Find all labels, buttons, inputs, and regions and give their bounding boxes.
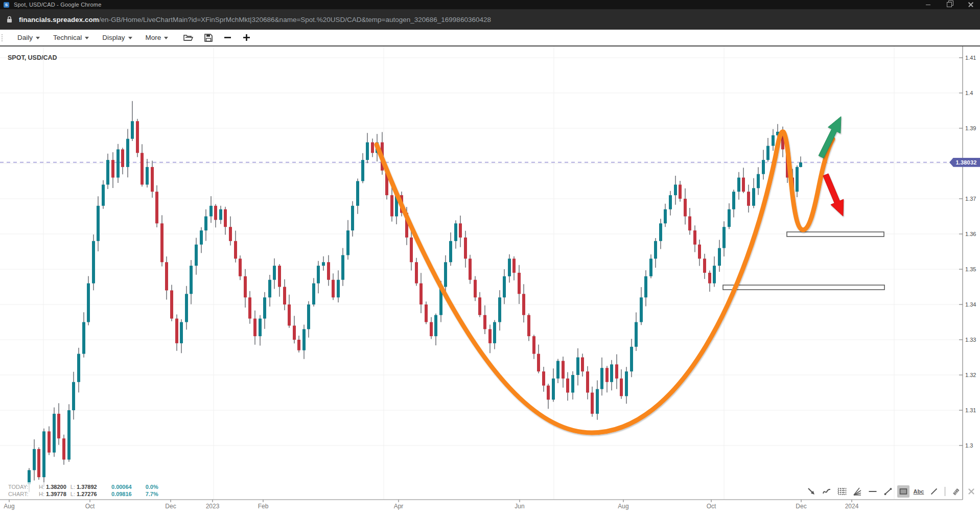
x-axis-label: Apr [394,503,404,510]
candle-body [106,160,109,184]
candle-body [371,143,374,153]
zoom-out-button[interactable] [224,34,231,41]
candle-body [600,368,603,389]
down-scenario-arrow[interactable] [823,174,844,216]
menu-more[interactable]: More [146,34,169,41]
url-text[interactable]: financials.spreadex.com/en-GB/Home/LiveC… [19,16,491,24]
text-tool-button[interactable]: Abc [913,485,925,498]
candle-body [351,206,354,230]
minimize-icon [926,5,930,5]
candle-body [283,287,286,305]
candle-body [562,361,565,379]
candle-body [48,431,51,452]
candle-body [390,195,393,216]
trend-line-tool-button[interactable] [882,485,894,498]
delete-tool-button[interactable] [965,485,977,498]
chart-symbol-label: SPOT, USD/CAD [8,54,57,61]
candle-body [67,410,71,460]
curve-tool-button[interactable] [821,485,833,498]
drawing-toolbar: Abc [805,485,977,498]
candle-body [527,315,530,336]
candle-body [659,223,662,241]
stats-row-label: TODAY: [8,484,35,490]
y-axis-label: 1.35 [965,266,980,272]
y-axis-label: 1.39 [965,125,980,131]
save-button[interactable] [204,34,213,42]
stats-row-label: CHART: [8,491,35,497]
high-value: 1.38200 [46,484,66,490]
candle-body [503,276,506,297]
pointer-arrow-button[interactable] [805,485,818,498]
stats-row: CHART:H:1.39778L:1.272760.098167.7% [8,490,158,498]
current-price-badge: 1.38032 [949,158,980,167]
candle-body [605,368,609,382]
support-zone-rectangle[interactable] [723,285,884,290]
candle-body [620,379,623,396]
marker-tool-icon [951,486,961,497]
address-bar[interactable]: financials.spreadex.com/en-GB/Home/LiveC… [0,9,980,30]
candle-body [454,223,457,241]
candle-body [493,322,496,343]
rectangle-tool-button[interactable] [897,485,909,498]
candle-body [92,241,95,284]
zoom-out-icon [224,34,231,41]
candle-body [273,266,276,280]
x-axis-label: Dec [165,503,176,510]
close-button[interactable] [968,2,974,8]
open-folder-button[interactable] [183,34,193,41]
candle-body [337,280,340,298]
candle-body [522,294,525,315]
candle-body [195,245,198,266]
menu-technical[interactable]: Technical [53,34,89,41]
candle-body [752,188,755,206]
candle-body [654,241,657,259]
candle-body [302,329,306,350]
fan-lines-tool-button[interactable] [851,485,864,498]
horizontal-line-tool-icon [868,486,878,497]
candle-body [635,322,638,347]
candle-body [459,223,462,238]
low-value: 1.37892 [77,484,97,490]
candle-body [766,146,769,160]
restore-button[interactable] [946,2,952,8]
candle-body [610,364,613,382]
grid-tool-icon [837,486,847,497]
candle-body [263,297,266,318]
zoom-in-button[interactable] [243,34,250,41]
menu-display[interactable]: Display [102,34,132,41]
horizontal-line-tool-button[interactable] [867,485,879,498]
minimize-button[interactable] [925,2,931,8]
candle-body [341,255,344,279]
open-folder-icon [183,34,193,41]
price-chart[interactable] [0,0,980,517]
candle-body [542,371,545,386]
candle-body [747,192,750,206]
x-axis-label: Jun [515,503,524,510]
candle-body [77,354,80,382]
candle-body [322,262,325,266]
candle-body [42,431,45,477]
candle-body [317,266,320,284]
candle-body [581,358,584,372]
candle-body [33,449,36,470]
url-host: financials.spreadex.com [19,16,99,24]
candle-body [126,139,129,167]
marker-tool-button[interactable] [950,485,962,498]
menu-daily[interactable]: Daily [17,34,40,41]
candle-body [307,304,310,329]
spreadex-favicon: S [4,2,9,8]
support-zone-rectangle[interactable] [787,232,884,237]
candle-body [268,280,271,298]
x-axis-label: Aug [618,503,628,510]
candle-body [253,319,256,337]
candle-body [640,297,643,322]
menu-label: Daily [17,34,33,41]
high-label: H: [39,484,44,490]
candle-body [537,354,540,372]
candle-body [190,266,193,294]
grid-tool-button[interactable] [836,485,848,498]
candle-body [566,379,569,393]
candle-body [332,280,335,298]
diagonal-line-tool-button[interactable] [928,485,940,498]
candle-body [160,223,164,262]
